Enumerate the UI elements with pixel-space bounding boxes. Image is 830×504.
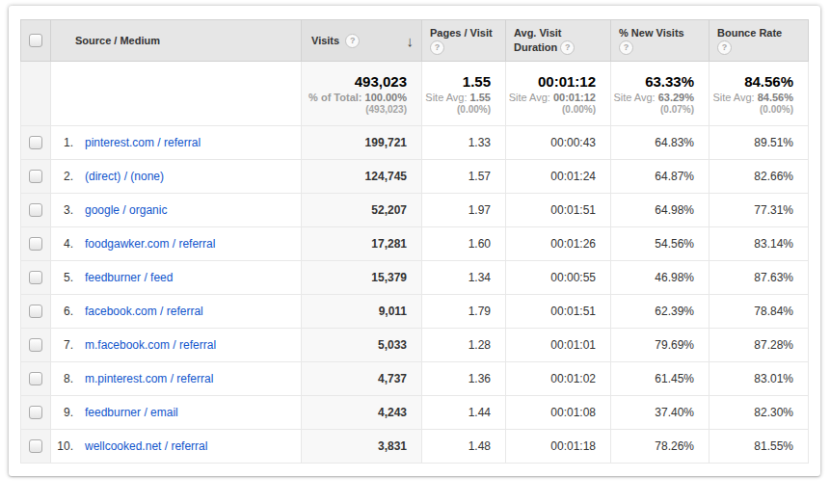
help-icon[interactable]: ? [430, 40, 444, 55]
cell-source-medium: 6.facebook.com / referral [51, 295, 302, 329]
source-medium-link[interactable]: foodgawker.com / referral [85, 237, 215, 251]
row-number: 2. [54, 170, 73, 183]
cell-bounce-rate: 77.31% [710, 194, 809, 227]
cell-avg-visit-duration: 00:00:55 [506, 261, 611, 295]
cell-bounce-rate: 87.63% [710, 261, 809, 295]
row-checkbox[interactable] [29, 439, 42, 453]
row-check-cell [21, 396, 51, 430]
cell-bounce-rate: 83.01% [710, 362, 809, 396]
table-row: 6.facebook.com / referral 9,011 1.79 00:… [21, 295, 809, 329]
cell-source-medium: 8.m.pinterest.com / referral [51, 362, 302, 396]
source-medium-link[interactable]: wellcooked.net / referral [85, 439, 207, 453]
cell-new-visits: 79.69% [611, 329, 710, 362]
help-icon[interactable]: ? [345, 34, 360, 48]
header-new-visits-label: % New Visits [619, 27, 684, 39]
row-checkbox[interactable] [29, 305, 42, 318]
select-all-checkbox[interactable] [29, 34, 42, 47]
cell-source-medium: 10.wellcooked.net / referral [51, 430, 302, 464]
cell-pages-per-visit: 1.60 [422, 227, 506, 261]
row-check-cell [21, 295, 51, 329]
row-checkbox[interactable] [29, 136, 42, 149]
row-number: 7. [54, 338, 73, 352]
summary-source-cell [51, 62, 302, 126]
summary-pages-cell: 1.55 Site Avg: 1.55 (0.00%) [422, 62, 506, 126]
cell-avg-visit-duration: 00:01:24 [506, 160, 611, 194]
row-checkbox[interactable] [29, 203, 42, 217]
row-check-cell [21, 362, 51, 396]
cell-visits: 124,745 [302, 160, 422, 194]
cell-new-visits: 61.45% [611, 362, 710, 396]
row-check-cell [21, 194, 51, 227]
cell-new-visits: 54.56% [611, 227, 710, 261]
cell-pages-per-visit: 1.33 [422, 126, 506, 160]
row-checkbox[interactable] [29, 372, 42, 385]
row-checkbox[interactable] [29, 406, 42, 419]
cell-visits: 3,831 [302, 430, 422, 464]
table-row: 7.m.facebook.com / referral 5,033 1.28 0… [21, 329, 809, 362]
source-medium-link[interactable]: google / organic [85, 203, 167, 217]
source-medium-link[interactable]: pinterest.com / referral [85, 136, 201, 149]
source-medium-link[interactable]: m.pinterest.com / referral [85, 372, 213, 385]
header-pages-per-visit[interactable]: Pages / Visit ? [422, 20, 506, 62]
source-medium-link[interactable]: feedburner / email [85, 406, 178, 419]
header-source-medium-label: Source / Medium [75, 35, 160, 46]
cell-new-visits: 64.98% [611, 194, 710, 227]
header-pages-label: Pages / Visit [430, 27, 493, 39]
cell-avg-visit-duration: 00:01:51 [506, 295, 611, 329]
row-checkbox[interactable] [29, 237, 42, 251]
source-medium-link[interactable]: (direct) / (none) [85, 170, 164, 183]
header-source-medium[interactable]: Source / Medium [51, 20, 302, 62]
row-number: 4. [54, 237, 73, 251]
row-check-cell [21, 261, 51, 295]
summary-check-cell [21, 62, 51, 126]
cell-bounce-rate: 82.66% [710, 160, 809, 194]
row-checkbox[interactable] [29, 271, 42, 284]
cell-source-medium: 1.pinterest.com / referral [51, 126, 302, 160]
cell-bounce-rate: 83.14% [710, 227, 809, 261]
row-number: 6. [54, 305, 73, 318]
help-icon[interactable]: ? [560, 40, 575, 55]
cell-bounce-rate: 87.28% [710, 329, 809, 362]
help-icon[interactable]: ? [619, 40, 633, 55]
cell-visits: 15,379 [302, 261, 422, 295]
cell-new-visits: 46.98% [611, 261, 710, 295]
header-avg-visit-duration[interactable]: Avg. Visit Duration ? [506, 20, 611, 62]
cell-visits: 199,721 [302, 126, 422, 160]
cell-visits: 52,207 [302, 194, 422, 227]
source-medium-link[interactable]: facebook.com / referral [85, 305, 203, 318]
table-row: 9.feedburner / email 4,243 1.44 00:01:08… [21, 396, 809, 430]
cell-pages-per-visit: 1.44 [422, 396, 506, 430]
row-check-cell [21, 160, 51, 194]
cell-visits: 9,011 [302, 295, 422, 329]
cell-source-medium: 3.google / organic [51, 194, 302, 227]
table-body: 493,023 % of Total: 100.00% (493,023) 1.… [21, 62, 809, 464]
cell-pages-per-visit: 1.57 [422, 160, 506, 194]
cell-pages-per-visit: 1.79 [422, 295, 506, 329]
row-checkbox[interactable] [29, 170, 42, 183]
cell-pages-per-visit: 1.48 [422, 430, 506, 464]
row-number: 10. [54, 439, 73, 453]
cell-avg-visit-duration: 00:01:01 [506, 329, 611, 362]
cell-source-medium: 2.(direct) / (none) [51, 160, 302, 194]
cell-avg-visit-duration: 00:01:02 [506, 362, 611, 396]
help-icon[interactable]: ? [717, 40, 732, 55]
row-check-cell [21, 227, 51, 261]
table-row: 5.feedburner / feed 15,379 1.34 00:00:55… [21, 261, 809, 295]
cell-bounce-rate: 78.84% [710, 295, 809, 329]
source-medium-link[interactable]: feedburner / feed [85, 271, 173, 284]
header-visits[interactable]: Visits ? ↓ [302, 20, 422, 62]
cell-bounce-rate: 89.51% [710, 126, 809, 160]
source-medium-link[interactable]: m.facebook.com / referral [85, 338, 216, 352]
sort-descending-icon[interactable]: ↓ [407, 34, 415, 48]
cell-new-visits: 37.40% [611, 396, 710, 430]
cell-visits: 17,281 [302, 227, 422, 261]
table-row: 10.wellcooked.net / referral 3,831 1.48 … [21, 430, 809, 464]
header-new-visits[interactable]: % New Visits ? [611, 20, 710, 62]
row-check-cell [21, 329, 51, 362]
row-number: 8. [54, 372, 73, 385]
cell-avg-visit-duration: 00:01:08 [506, 396, 611, 430]
row-number: 5. [54, 271, 73, 284]
row-checkbox[interactable] [29, 338, 42, 352]
header-bounce-rate[interactable]: Bounce Rate ? [710, 20, 809, 62]
cell-pages-per-visit: 1.28 [422, 329, 506, 362]
